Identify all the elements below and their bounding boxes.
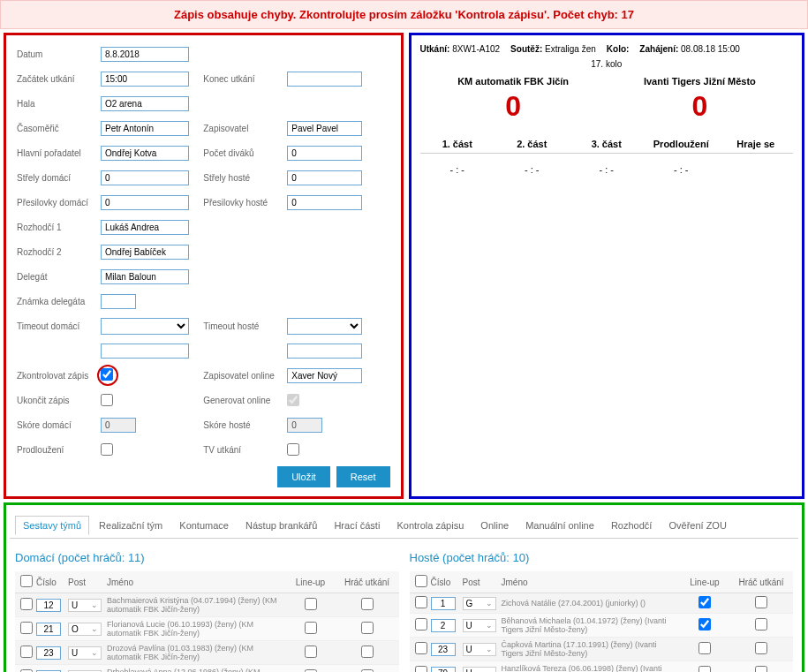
away-roster-title: Hosté (počet hráčů: 10) (410, 551, 794, 564)
player-position-select[interactable]: U⌄ (463, 667, 496, 673)
label-skore-dom: Skóre domácí (17, 420, 101, 430)
input-datum[interactable] (101, 47, 189, 62)
tabs-bar: Sestavy týmů Realizační tým Kontumace Ná… (10, 509, 798, 539)
input-konec[interactable] (287, 72, 362, 87)
input-zacatek[interactable] (101, 72, 189, 87)
tab-zou[interactable]: Ověření ZOU (661, 517, 733, 534)
input-presilovky-dom[interactable] (101, 195, 189, 210)
match-player-checkbox[interactable] (361, 598, 374, 610)
match-player-checkbox[interactable] (755, 618, 767, 630)
row-select[interactable] (415, 596, 427, 608)
away-select-all[interactable] (415, 575, 427, 587)
input-strely-host[interactable] (287, 170, 362, 185)
player-position-select[interactable]: O⌄ (68, 623, 102, 636)
input-delegat[interactable] (101, 269, 189, 284)
col-match[interactable]: Hráč utkání (337, 578, 397, 587)
label-hala: Hala (17, 99, 101, 109)
tab-hraci[interactable]: Hrací části (327, 517, 387, 534)
col-jmeno[interactable]: Jméno (500, 578, 679, 587)
input-presilovky-host[interactable] (287, 195, 362, 210)
player-number-input[interactable] (36, 623, 61, 636)
select-timeout-host[interactable] (287, 318, 362, 335)
match-player-checkbox[interactable] (755, 596, 767, 608)
input-timeout-host-extra[interactable] (287, 344, 362, 359)
input-zapisovatel[interactable] (287, 121, 362, 136)
label-rozhodci1: Rozhodčí 1 (17, 223, 101, 232)
row-select[interactable] (20, 646, 33, 658)
roster-row: U⌄Drbohlavová Anna (12.06.1986) (ženy) (… (15, 665, 399, 672)
label-strely-dom: Střely domácí (17, 173, 101, 183)
chevron-down-icon: ⌄ (91, 600, 98, 609)
tab-realizacni[interactable]: Realizační tým (92, 517, 170, 534)
lineup-checkbox[interactable] (699, 596, 711, 608)
row-select[interactable] (415, 618, 427, 630)
label-strely-host: Střely hosté (203, 173, 287, 183)
checkbox-ukoncit[interactable] (101, 394, 113, 406)
label-soutez: Soutěž: (510, 44, 542, 54)
tab-manual[interactable]: Manuální online (518, 517, 601, 534)
form-save-button[interactable]: Uložit (277, 466, 330, 487)
col-lineup[interactable]: Line-up (284, 578, 337, 587)
tab-rozhodci[interactable]: Rozhodčí (604, 517, 659, 534)
lineup-checkbox[interactable] (305, 598, 317, 610)
match-player-checkbox[interactable] (361, 646, 374, 658)
lineup-checkbox[interactable] (699, 642, 711, 654)
tab-brankaru[interactable]: Nástup brankářů (238, 517, 324, 534)
input-zapisovatel-online[interactable] (287, 368, 362, 383)
player-position-select[interactable]: U⌄ (68, 646, 102, 660)
player-number-input[interactable] (431, 597, 456, 610)
select-timeout-dom[interactable] (101, 318, 189, 335)
player-position-select[interactable]: U⌄ (68, 599, 102, 612)
row-select[interactable] (20, 598, 33, 610)
match-player-checkbox[interactable] (755, 642, 767, 654)
col-lineup[interactable]: Line-up (678, 578, 731, 587)
input-rozhodci2[interactable] (101, 245, 189, 260)
period-3-score: - : - (570, 164, 645, 175)
col-cislo[interactable]: Číslo (36, 578, 68, 587)
input-casomeric[interactable] (101, 121, 189, 136)
match-player-checkbox[interactable] (755, 666, 767, 672)
player-number-input[interactable] (431, 643, 456, 656)
player-position-select[interactable]: U⌄ (463, 619, 496, 632)
player-position-select[interactable]: U⌄ (463, 643, 496, 656)
row-select[interactable] (20, 622, 33, 634)
form-reset-button[interactable]: Reset (336, 466, 390, 487)
player-number-input[interactable] (431, 619, 456, 632)
roster-row: G⌄Zichová Natálie (27.04.2001) (juniorky… (410, 593, 794, 614)
lineup-checkbox[interactable] (699, 666, 711, 672)
input-timeout-dom-extra[interactable] (101, 344, 189, 359)
input-strely-dom[interactable] (101, 170, 189, 185)
row-select[interactable] (415, 642, 427, 654)
input-divaku[interactable] (287, 146, 362, 161)
player-number-input[interactable] (431, 667, 456, 673)
player-number-input[interactable] (36, 599, 61, 612)
match-player-checkbox[interactable] (361, 622, 374, 634)
lineup-checkbox[interactable] (699, 618, 711, 630)
col-post[interactable]: Post (68, 578, 105, 587)
col-cislo[interactable]: Číslo (431, 578, 463, 587)
lineup-checkbox[interactable] (305, 646, 317, 658)
lineup-checkbox[interactable] (305, 622, 317, 634)
label-tv: TV utkání (203, 445, 287, 455)
chevron-down-icon: ⌄ (486, 621, 493, 630)
input-rozhodci1[interactable] (101, 220, 189, 235)
tab-kontumace[interactable]: Kontumace (172, 517, 236, 534)
player-number-input[interactable] (36, 646, 61, 660)
input-hala[interactable] (101, 96, 189, 111)
home-select-all[interactable] (20, 575, 33, 587)
checkbox-prodlouzeni[interactable] (101, 443, 113, 456)
col-match[interactable]: Hráč utkání (731, 578, 791, 587)
input-znamka[interactable] (101, 294, 136, 309)
tab-kontrola[interactable]: Kontrola zápisu (389, 517, 471, 534)
col-post[interactable]: Post (463, 578, 500, 587)
input-hlavni[interactable] (101, 146, 189, 161)
tab-sestavy[interactable]: Sestavy týmů (15, 516, 89, 535)
checkbox-tv[interactable] (287, 443, 299, 456)
player-name: Drozová Pavlína (01.03.1983) (ženy) (KM … (105, 644, 284, 661)
player-position-select[interactable]: G⌄ (463, 597, 496, 610)
tab-online[interactable]: Online (473, 517, 516, 534)
col-jmeno[interactable]: Jméno (105, 578, 284, 587)
checkbox-zkontrolovan[interactable] (101, 368, 113, 381)
chevron-down-icon: ⌄ (486, 668, 493, 672)
row-select[interactable] (415, 666, 427, 672)
